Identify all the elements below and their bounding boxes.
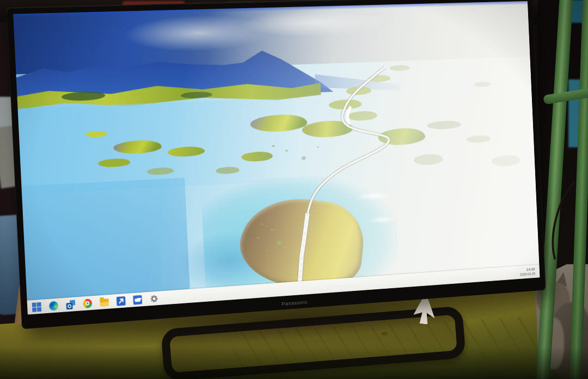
tv-screen: 14:39 2025-03-25 <box>13 1 540 315</box>
panasonic-tv: 14:39 2025-03-25 Panasonic <box>7 0 546 329</box>
start-button-windows-logo-icon[interactable] <box>32 302 41 312</box>
settings-gear-icon[interactable] <box>150 294 159 303</box>
clock-date: 2025-03-25 <box>520 271 535 276</box>
chrome-browser-icon[interactable] <box>83 299 92 308</box>
shortcut-arrow-icon[interactable] <box>117 296 126 306</box>
screen-glare <box>13 1 539 301</box>
cloud-sync-icon[interactable] <box>133 295 142 305</box>
edge-browser-icon[interactable] <box>49 301 58 310</box>
taskbar-clock[interactable]: 14:39 2025-03-25 <box>520 268 535 276</box>
photo-of-tv-in-room: 14:39 2025-03-25 Panasonic <box>0 0 588 379</box>
file-explorer-folder-icon[interactable] <box>100 299 109 307</box>
outlook-mail-icon[interactable] <box>66 300 75 309</box>
desktop-wallpaper <box>13 1 539 301</box>
panasonic-brand-logo: Panasonic <box>281 300 308 307</box>
